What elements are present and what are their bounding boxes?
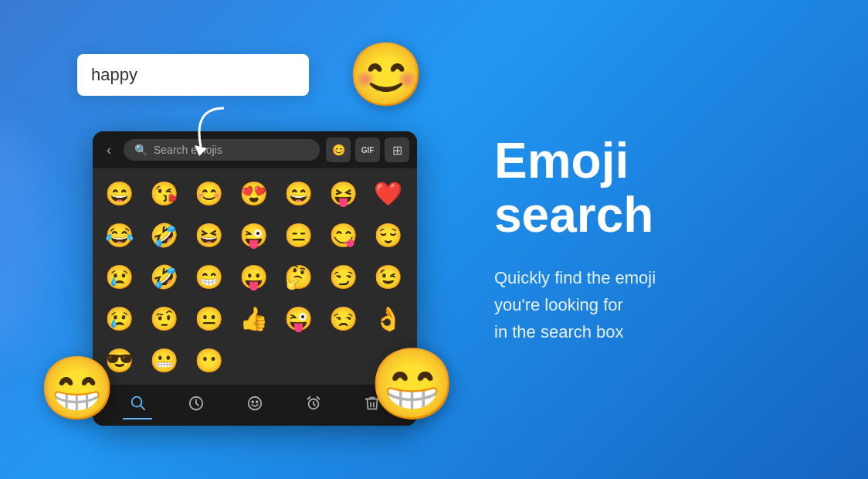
emoji-cell[interactable]: 😆 — [188, 215, 229, 255]
floating-emoji-bottom-right: 😁 — [369, 344, 456, 425]
emoji-cell[interactable]: 😄 — [99, 173, 139, 213]
nav-recent-icon[interactable] — [181, 392, 211, 419]
emoji-cell[interactable]: 😑 — [278, 215, 318, 255]
sticker-icon-btn[interactable]: ⊞ — [385, 138, 409, 162]
emoji-cell[interactable]: 😬 — [144, 340, 184, 380]
search-icon: 🔍 — [134, 144, 147, 156]
emoji-cell[interactable]: 🤣 — [144, 256, 184, 297]
svg-line-8 — [308, 397, 310, 399]
emoji-grid: 😄 😘 😊 😍 😄 😝 ❤️ 😂 🤣 😆 😜 😑 😋 😌 😢 🤣 😁 — [93, 168, 417, 385]
gif-icon-btn[interactable]: GIF — [355, 138, 380, 162]
emoji-cell[interactable]: 😏 — [323, 256, 363, 297]
main-heading: Emoji search — [494, 134, 822, 243]
emoji-cell[interactable]: 😜 — [233, 215, 273, 255]
svg-point-4 — [249, 397, 262, 410]
emoji-cell[interactable]: ❤️ — [368, 173, 408, 213]
emoji-cell[interactable]: 😋 — [323, 215, 363, 255]
heading-line1: Emoji — [494, 134, 822, 188]
keyboard-panel: ‹ 🔍 Search emojis 😊 GIF ⊞ 😄 😘 😊 😍 😄 — [93, 131, 417, 426]
emoji-cell[interactable]: 😄 — [278, 173, 318, 213]
search-bar-floating: happy — [77, 54, 309, 96]
emoji-cell[interactable]: 😶 — [188, 340, 229, 380]
emoji-cell[interactable]: 😐 — [188, 298, 229, 338]
nav-search-icon[interactable] — [123, 391, 152, 420]
emoji-cell[interactable]: 😜 — [278, 298, 318, 338]
arrow-indicator — [185, 100, 247, 162]
nav-emoji-icon[interactable] — [240, 392, 270, 419]
emoji-cell[interactable]: 😌 — [368, 215, 408, 255]
floating-emoji-bottom-left: 😁 — [39, 352, 116, 425]
svg-point-5 — [252, 401, 253, 403]
emoji-cell[interactable]: 😍 — [233, 173, 273, 213]
subtext-line2: you're looking for — [494, 291, 822, 318]
emoji-cell[interactable]: 🤔 — [278, 256, 318, 297]
emoji-cell[interactable]: 😉 — [368, 256, 408, 297]
emoji-cell[interactable]: 👍 — [233, 298, 273, 338]
right-panel: Emoji search Quickly find the emoji you'… — [479, 134, 822, 345]
back-button[interactable]: ‹ — [100, 139, 117, 161]
emoji-cell[interactable]: 🤣 — [144, 215, 184, 255]
svg-line-9 — [317, 397, 320, 399]
emoji-cell — [233, 340, 273, 380]
main-container: happy 😊 ‹ 🔍 Search emojis 😊 GIF ⊞ — [0, 0, 868, 479]
subtext-line3: in the search box — [494, 318, 822, 345]
emoji-cell[interactable]: 😛 — [233, 256, 273, 297]
nav-alarm-icon[interactable] — [299, 392, 328, 419]
emoji-cell[interactable]: 😢 — [99, 298, 139, 338]
heading-line2: search — [494, 188, 822, 242]
floating-emoji-top-right: 😊 — [348, 39, 425, 111]
subtext: Quickly find the emoji you're looking fo… — [494, 264, 822, 346]
emoji-cell[interactable]: 😁 — [188, 256, 229, 297]
emoji-cell[interactable]: 😝 — [323, 173, 363, 213]
emoji-cell[interactable]: 😒 — [323, 298, 363, 338]
keyboard-mockup-area: happy 😊 ‹ 🔍 Search emojis 😊 GIF ⊞ — [46, 39, 448, 440]
keyboard-bottom-nav — [93, 385, 417, 426]
emoji-cell[interactable]: 👌 — [368, 298, 408, 338]
emoji-cell[interactable]: 🤨 — [144, 298, 184, 338]
emoji-cell[interactable]: 😘 — [144, 173, 184, 213]
emoji-cell — [323, 340, 363, 380]
subtext-line1: Quickly find the emoji — [494, 264, 822, 291]
svg-marker-0 — [195, 145, 207, 156]
emoji-cell[interactable]: 😊 — [188, 173, 229, 213]
emoji-cell[interactable]: 😢 — [99, 256, 139, 297]
keyboard-header: ‹ 🔍 Search emojis 😊 GIF ⊞ — [93, 131, 417, 168]
svg-point-6 — [256, 401, 258, 403]
emoji-cell — [278, 340, 318, 380]
emoji-cell[interactable]: 😂 — [99, 215, 139, 255]
svg-line-2 — [141, 406, 144, 409]
emoji-icon-btn[interactable]: 😊 — [326, 138, 351, 162]
search-typed-text: happy — [91, 65, 137, 84]
header-icon-group: 😊 GIF ⊞ — [326, 138, 409, 162]
